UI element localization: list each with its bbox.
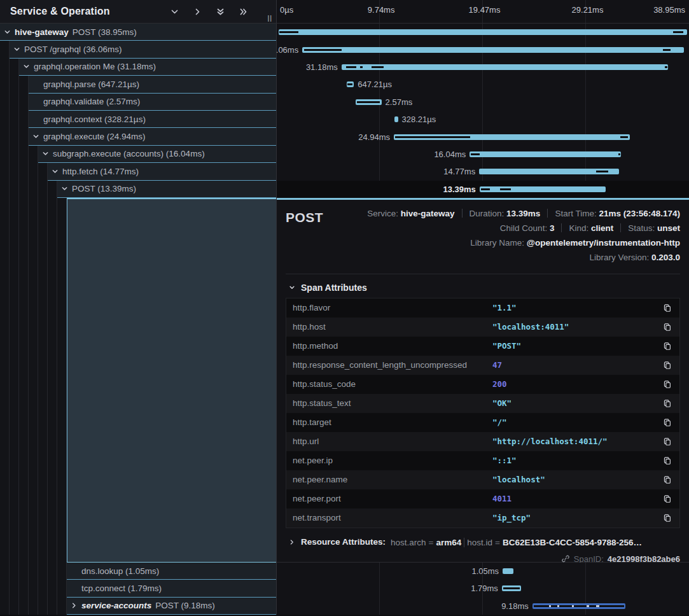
span-name-cell[interactable]: graphql.context (328.21µs)	[0, 111, 277, 128]
meta-label: Status:	[628, 223, 657, 233]
span-row[interactable]: graphql.context (328.21µs)328.21µs	[0, 111, 689, 128]
span-name[interactable]: dns.lookup (1.05ms)	[67, 563, 276, 580]
span-name[interactable]: graphql.parse (647.21µs)	[29, 76, 276, 93]
span-timeline-cell[interactable]: 31.18ms	[277, 59, 689, 76]
span-name[interactable]: subgraph.execute (accounts) (16.04ms)	[38, 146, 276, 163]
span-name-cell[interactable]: POST /graphql (36.06ms)	[0, 41, 277, 58]
copy-icon[interactable]	[662, 340, 673, 352]
copy-icon[interactable]	[662, 417, 673, 428]
attribute-value: "localhost"	[492, 475, 662, 484]
span-name[interactable]: graphql.context (328.21µs)	[29, 111, 276, 128]
copy-icon[interactable]	[662, 321, 673, 333]
span-name[interactable]: graphql.operation Me (31.18ms)	[19, 59, 276, 76]
span-row[interactable]: http.fetch (14.77ms)14.77ms	[0, 163, 689, 180]
span-duration-bar[interactable]	[302, 47, 683, 53]
attribute-row: http.flavor"1.1"	[286, 298, 679, 318]
span-name-cell[interactable]: graphql.parse (647.21µs)	[0, 76, 277, 93]
span-row[interactable]: graphql.validate (2.57ms)2.57ms	[0, 94, 689, 111]
indent-guides	[0, 563, 67, 580]
expand-one-icon[interactable]	[192, 6, 202, 17]
chevron-down-icon[interactable]	[22, 63, 30, 71]
span-timeline-cell[interactable]	[277, 24, 689, 41]
span-timeline-cell[interactable]: 2.57ms	[277, 94, 689, 111]
collapse-all-icon[interactable]	[215, 6, 225, 17]
span-name[interactable]: graphql.execute (24.94ms)	[29, 128, 276, 145]
span-name-cell[interactable]: hive-gatewayPOST (38.95ms)	[0, 24, 277, 41]
span-name-cell[interactable]: http.fetch (14.77ms)	[0, 163, 277, 180]
span-name[interactable]: graphql.validate (2.57ms)	[29, 94, 276, 111]
span-name-cell[interactable]: service-accountsPOST (9.18ms)	[0, 598, 277, 615]
span-row[interactable]: service-accountsPOST (9.18ms)9.18ms	[0, 598, 689, 615]
copy-icon[interactable]	[662, 493, 673, 505]
span-duration-bar[interactable]	[342, 64, 668, 70]
span-name[interactable]: hive-gatewayPOST (38.95ms)	[0, 24, 276, 41]
span-name-cell[interactable]: POST (13.39ms)	[0, 181, 277, 198]
span-name[interactable]: POST (13.39ms)	[57, 181, 276, 198]
span-row[interactable]: POST (13.39ms)13.39ms	[0, 181, 689, 198]
span-duration-bar[interactable]	[279, 29, 688, 35]
copy-icon[interactable]	[662, 436, 673, 447]
copy-icon[interactable]	[662, 302, 673, 314]
span-timeline-cell[interactable]: 1.05ms	[277, 563, 689, 580]
span-timeline-cell[interactable]: 9.18ms	[277, 598, 689, 615]
span-attributes-toggle[interactable]: Span Attributes	[288, 283, 680, 293]
chevron-down-icon[interactable]	[51, 167, 59, 175]
copy-icon[interactable]	[662, 512, 673, 524]
span-name-cell[interactable]: dns.lookup (1.05ms)	[0, 563, 277, 580]
span-name-cell[interactable]: graphql.operation Me (31.18ms)	[0, 59, 277, 76]
span-duration-bar[interactable]	[480, 186, 606, 192]
child-span-marker	[596, 171, 608, 172]
chevron-down-icon[interactable]	[60, 185, 68, 193]
tree-controls	[169, 6, 248, 17]
service-name: service-accounts	[81, 601, 151, 610]
column-resize-handle[interactable]: ||	[267, 15, 272, 22]
attribute-row: http.target"/"	[286, 413, 679, 432]
indent-guides	[0, 580, 67, 597]
span-name[interactable]: POST /graphql (36.06ms)	[10, 41, 276, 58]
span-row[interactable]: graphql.operation Me (31.18ms)31.18ms	[0, 59, 689, 76]
copy-icon[interactable]	[662, 474, 673, 486]
span-name[interactable]: service-accountsPOST (9.18ms)	[67, 598, 276, 615]
span-timeline-cell[interactable]: 16.04ms	[277, 146, 689, 163]
chevron-down-icon[interactable]	[32, 133, 39, 141]
span-row[interactable]: tcp.connect (1.79ms)1.79ms	[0, 580, 689, 597]
span-timeline-cell[interactable]: 36.06ms	[277, 41, 689, 58]
chevron-down-icon[interactable]	[41, 150, 49, 158]
span-name-cell[interactable]: tcp.connect (1.79ms)	[0, 580, 277, 597]
chevron-down-icon[interactable]	[13, 46, 20, 53]
span-timeline-cell[interactable]: 647.21µs	[277, 76, 689, 93]
span-row[interactable]: hive-gatewayPOST (38.95ms)	[0, 24, 689, 41]
span-timeline-cell[interactable]: 328.21µs	[277, 111, 689, 128]
span-name-cell[interactable]: subgraph.execute (accounts) (16.04ms)	[0, 146, 277, 163]
chevron-down-icon[interactable]	[3, 28, 11, 36]
span-row[interactable]: graphql.execute (24.94ms)24.94ms	[0, 128, 689, 145]
span-duration-bar[interactable]	[394, 116, 398, 122]
span-row[interactable]: graphql.parse (647.21µs)647.21µs	[0, 76, 689, 93]
span-name-cell[interactable]: graphql.execute (24.94ms)	[0, 128, 277, 145]
span-name[interactable]: http.fetch (14.77ms)	[48, 163, 276, 180]
span-row[interactable]: POST /graphql (36.06ms)36.06ms	[0, 41, 689, 58]
expand-all-icon[interactable]	[238, 6, 248, 17]
collapse-one-icon[interactable]	[169, 6, 179, 17]
span-name-cell[interactable]: graphql.validate (2.57ms)	[0, 94, 277, 111]
copy-icon[interactable]	[662, 398, 673, 409]
chevron-right-icon[interactable]	[70, 602, 78, 610]
span-duration-bar[interactable]	[470, 151, 621, 157]
resource-attributes-title[interactable]: Resource Attributes:	[301, 537, 386, 547]
copy-icon[interactable]	[662, 379, 673, 390]
copy-icon[interactable]	[662, 455, 673, 466]
divider	[547, 209, 548, 218]
span-timeline-cell[interactable]: 24.94ms	[277, 128, 689, 145]
attribute-key: net.transport	[293, 513, 492, 522]
indent-guides	[0, 598, 67, 615]
span-row[interactable]: subgraph.execute (accounts) (16.04ms)16.…	[0, 146, 689, 163]
span-timeline-cell[interactable]: 14.77ms	[277, 163, 689, 180]
span-duration-bar[interactable]	[503, 568, 513, 574]
span-timeline-cell[interactable]: 1.79ms	[277, 580, 689, 597]
span-name[interactable]: tcp.connect (1.79ms)	[67, 580, 276, 597]
chevron-right-icon[interactable]	[288, 538, 296, 546]
link-icon[interactable]	[561, 554, 570, 563]
copy-icon[interactable]	[662, 360, 673, 371]
span-row[interactable]: dns.lookup (1.05ms)1.05ms	[0, 563, 689, 580]
span-timeline-cell[interactable]: 13.39ms	[277, 181, 689, 198]
